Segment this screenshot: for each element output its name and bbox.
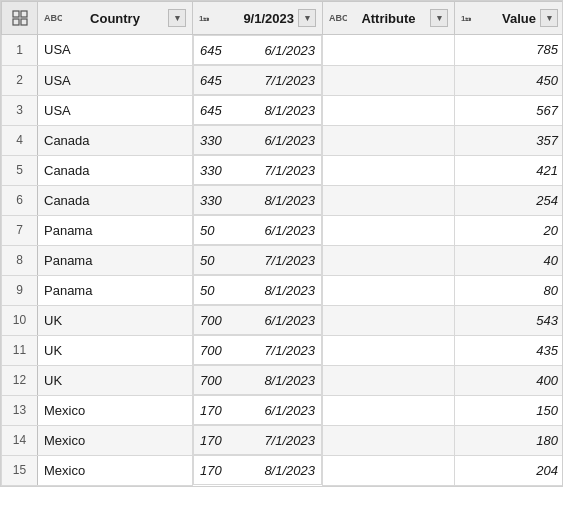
cell-value: 20 [455, 215, 564, 245]
table-body: 1USA6456/1/20237852USA6457/1/20234503USA… [2, 35, 564, 486]
table-row[interactable]: 9Panama508/1/202380 [2, 275, 564, 305]
column-header-attribute[interactable]: ABC Attribute ▾ [323, 2, 455, 35]
cell-country: Canada [38, 155, 193, 185]
table-row[interactable]: 12UK7008/1/2023400 [2, 365, 564, 395]
cell-value: 400 [455, 365, 564, 395]
cell-country: UK [38, 365, 193, 395]
abc-type-icon-attribute: ABC [329, 10, 347, 26]
cell-country: Mexico [38, 395, 193, 425]
cell-country: Panama [38, 215, 193, 245]
column-header-date[interactable]: 1₂₃ 9/1/2023 ▾ [193, 2, 323, 35]
cell-date-formatted: 7/1/2023 [264, 163, 315, 178]
cell-date: 508/1/2023 [193, 275, 322, 305]
table-row[interactable]: 7Panama506/1/202320 [2, 215, 564, 245]
table-row[interactable]: 14Mexico1707/1/2023180 [2, 425, 564, 455]
cell-date: 6457/1/2023 [193, 65, 322, 95]
table-row[interactable]: 3USA6458/1/2023567 [2, 95, 564, 125]
cell-value: 435 [455, 335, 564, 365]
table-row[interactable]: 13Mexico1706/1/2023150 [2, 395, 564, 425]
cell-date-number: 700 [200, 373, 222, 388]
cell-date-number: 700 [200, 313, 222, 328]
row-index: 1 [2, 35, 38, 66]
cell-date: 6458/1/2023 [193, 95, 322, 125]
cell-date-number: 170 [200, 433, 222, 448]
cell-country: UK [38, 305, 193, 335]
cell-date-number: 50 [200, 283, 214, 298]
cell-date: 3307/1/2023 [193, 155, 322, 185]
cell-country: Panama [38, 245, 193, 275]
cell-country: USA [38, 35, 193, 66]
row-index: 9 [2, 275, 38, 305]
cell-date: 7006/1/2023 [193, 305, 322, 335]
table-row[interactable]: 4Canada3306/1/2023357 [2, 125, 564, 155]
table-row[interactable]: 10UK7006/1/2023543 [2, 305, 564, 335]
cell-date-number: 645 [200, 43, 222, 58]
cell-value: 204 [455, 455, 564, 485]
cell-date: 7007/1/2023 [193, 335, 322, 365]
column-label-value: Value [483, 11, 536, 26]
cell-date: 7008/1/2023 [193, 365, 322, 395]
table-row[interactable]: 15Mexico1708/1/2023204 [2, 455, 564, 485]
cell-date-formatted: 6/1/2023 [264, 43, 315, 58]
svg-rect-3 [21, 19, 27, 25]
row-index: 10 [2, 305, 38, 335]
cell-date: 1706/1/2023 [193, 395, 322, 425]
svg-text:1₂₃: 1₂₃ [461, 14, 472, 23]
cell-date-formatted: 7/1/2023 [264, 73, 315, 88]
table-row[interactable]: 6Canada3308/1/2023254 [2, 185, 564, 215]
cell-date-number: 645 [200, 73, 222, 88]
cell-country: UK [38, 335, 193, 365]
cell-date-formatted: 6/1/2023 [264, 133, 315, 148]
column-label-attribute: Attribute [351, 11, 426, 26]
column-header-country[interactable]: ABC Country ▾ [38, 2, 193, 35]
cell-value: 150 [455, 395, 564, 425]
cell-date-formatted: 6/1/2023 [264, 403, 315, 418]
cell-date: 1708/1/2023 [193, 455, 322, 485]
cell-value: 421 [455, 155, 564, 185]
table-row[interactable]: 2USA6457/1/2023450 [2, 65, 564, 95]
cell-country: Panama [38, 275, 193, 305]
row-index: 13 [2, 395, 38, 425]
svg-text:ABC: ABC [329, 13, 347, 23]
row-index: 5 [2, 155, 38, 185]
cell-date-formatted: 8/1/2023 [264, 193, 315, 208]
grid-icon [9, 7, 31, 29]
table-row[interactable]: 8Panama507/1/202340 [2, 245, 564, 275]
row-index: 2 [2, 65, 38, 95]
cell-date-number: 330 [200, 133, 222, 148]
svg-rect-0 [13, 11, 19, 17]
cell-date: 1707/1/2023 [193, 425, 322, 455]
row-index: 7 [2, 215, 38, 245]
cell-country: USA [38, 95, 193, 125]
numeric-type-icon-value: 1₂₃ [461, 10, 479, 26]
cell-value: 567 [455, 95, 564, 125]
cell-date: 3308/1/2023 [193, 185, 322, 215]
row-index: 12 [2, 365, 38, 395]
abc-type-icon-country: ABC [44, 10, 62, 26]
cell-country: USA [38, 65, 193, 95]
cell-date-formatted: 6/1/2023 [264, 313, 315, 328]
column-filter-value[interactable]: ▾ [540, 9, 558, 27]
numeric-type-icon-date: 1₂₃ [199, 10, 217, 26]
table-row[interactable]: 5Canada3307/1/2023421 [2, 155, 564, 185]
cell-date-number: 50 [200, 253, 214, 268]
table-row[interactable]: 1USA6456/1/2023785 [2, 35, 564, 66]
cell-country: Mexico [38, 425, 193, 455]
cell-date: 3306/1/2023 [193, 125, 322, 155]
cell-date-formatted: 7/1/2023 [264, 253, 315, 268]
cell-date-number: 700 [200, 343, 222, 358]
cell-country: Mexico [38, 455, 193, 485]
column-filter-country[interactable]: ▾ [168, 9, 186, 27]
row-index: 8 [2, 245, 38, 275]
column-filter-date[interactable]: ▾ [298, 9, 316, 27]
table-row[interactable]: 11UK7007/1/2023435 [2, 335, 564, 365]
column-header-index [2, 2, 38, 35]
cell-date-formatted: 8/1/2023 [264, 373, 315, 388]
column-filter-attribute[interactable]: ▾ [430, 9, 448, 27]
cell-attribute [323, 305, 455, 335]
column-header-value[interactable]: 1₂₃ Value ▾ [455, 2, 564, 35]
cell-value: 40 [455, 245, 564, 275]
row-index: 6 [2, 185, 38, 215]
cell-date-formatted: 8/1/2023 [264, 103, 315, 118]
row-index: 4 [2, 125, 38, 155]
